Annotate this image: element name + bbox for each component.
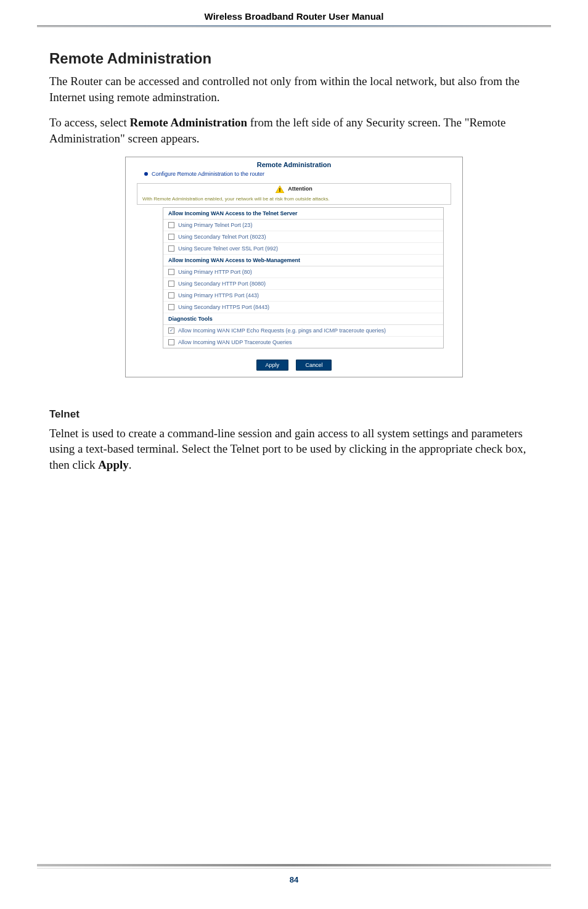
checkbox-http-primary[interactable] (168, 269, 174, 275)
ss-title: Remote Administration (126, 157, 462, 171)
web-row-http-secondary: Using Secondary HTTP Port (8080) (163, 278, 443, 290)
section-title-remote-admin: Remote Administration (49, 50, 539, 67)
web-row-0-label: Using Primary HTTP Port (80) (178, 269, 252, 275)
telnet-section-header: Allow Incoming WAN Access to the Telnet … (163, 208, 443, 220)
checkbox-https-secondary[interactable] (168, 304, 174, 310)
para2-pre: To access, select (49, 116, 130, 129)
checkbox-udp-traceroute[interactable] (168, 339, 174, 345)
header-divider-shadow (37, 27, 551, 28)
ss-config-link: Configure Remote Administration to the r… (126, 171, 462, 181)
telnet-subsection-title: Telnet (49, 408, 539, 421)
telnet-row-2-label: Using Secure Telnet over SSL Port (992) (178, 245, 278, 252)
checkbox-https-primary[interactable] (168, 292, 174, 298)
intro-paragraph-1: The Router can be accessed and controlle… (49, 73, 539, 105)
attention-label: Attention (288, 186, 312, 192)
checkbox-telnet-ssl[interactable] (168, 245, 174, 252)
telnet-para-post: . (129, 458, 132, 471)
svg-text:!: ! (279, 187, 281, 193)
ss-settings-panel: Allow Incoming WAN Access to the Telnet … (163, 207, 444, 348)
web-row-https-secondary: Using Secondary HTTPS Port (8443) (163, 302, 443, 313)
page-number: 84 (0, 875, 588, 884)
checkbox-telnet-secondary[interactable] (168, 234, 174, 240)
cancel-button[interactable]: Cancel (296, 360, 332, 371)
web-row-https-primary: Using Primary HTTPS Port (443) (163, 290, 443, 302)
web-row-http-primary: Using Primary HTTP Port (80) (163, 266, 443, 278)
page-header-title: Wireless Broadband Router User Manual (0, 11, 588, 22)
intro-paragraph-2: To access, select Remote Administration … (49, 115, 539, 146)
apply-button[interactable]: Apply (256, 360, 289, 371)
diag-row-1-label: Allow Incoming WAN UDP Traceroute Querie… (178, 339, 292, 345)
telnet-row-secondary: Using Secondary Telnet Port (8023) (163, 231, 443, 243)
web-row-2-label: Using Primary HTTPS Port (443) (178, 292, 259, 298)
para2-bold: Remote Administration (130, 116, 248, 129)
bullet-icon (144, 172, 148, 176)
telnet-row-1-label: Using Secondary Telnet Port (8023) (178, 234, 266, 240)
diag-row-udp: Allow Incoming WAN UDP Traceroute Querie… (163, 337, 443, 348)
diag-row-0-label: Allow Incoming WAN ICMP Echo Requests (e… (178, 327, 386, 334)
footer-divider (37, 864, 551, 866)
web-section-header: Allow Incoming WAN Access to Web-Managem… (163, 255, 443, 266)
checkbox-http-secondary[interactable] (168, 281, 174, 287)
footer-divider-shadow (37, 868, 551, 869)
diag-row-icmp: ✓Allow Incoming WAN ICMP Echo Requests (… (163, 325, 443, 337)
attention-header: ! Attention (137, 184, 451, 195)
web-row-1-label: Using Secondary HTTP Port (8080) (178, 281, 266, 287)
checkbox-icmp-echo[interactable]: ✓ (168, 327, 174, 334)
attention-text: With Remote Administration enabled, your… (137, 195, 451, 204)
warning-icon: ! (276, 186, 284, 193)
telnet-row-primary: Using Primary Telnet Port (23) (163, 220, 443, 231)
screenshot-remote-admin: Remote Administration Configure Remote A… (125, 157, 463, 377)
telnet-row-0-label: Using Primary Telnet Port (23) (178, 222, 252, 228)
diag-section-header: Diagnostic Tools (163, 313, 443, 325)
button-row: Apply Cancel (126, 353, 462, 377)
telnet-paragraph: Telnet is used to create a command-line … (49, 426, 539, 473)
telnet-row-ssl: Using Secure Telnet over SSL Port (992) (163, 243, 443, 255)
ss-bullet-text: Configure Remote Administration to the r… (152, 171, 264, 177)
telnet-para-bold: Apply (98, 458, 129, 471)
attention-box: ! Attention With Remote Administration e… (137, 183, 451, 205)
web-row-3-label: Using Secondary HTTPS Port (8443) (178, 304, 269, 310)
checkbox-telnet-primary[interactable] (168, 222, 174, 228)
